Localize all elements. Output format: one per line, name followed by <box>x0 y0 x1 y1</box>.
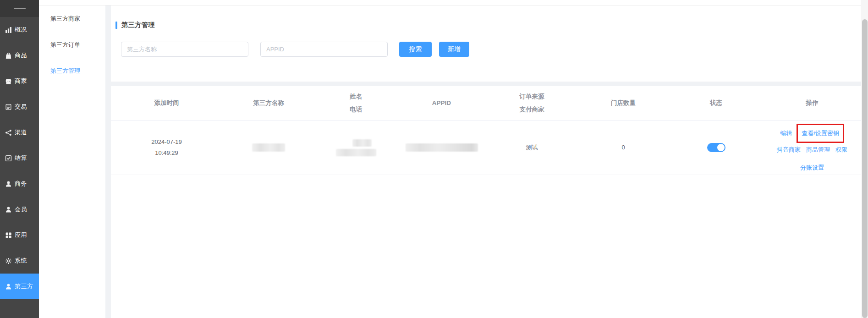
redacted-name-blob <box>252 143 285 152</box>
sidebar-item-business[interactable]: 商务 <box>0 171 39 197</box>
sidebar-item-label: 交易 <box>15 103 27 111</box>
redacted-phone-blob <box>336 149 376 156</box>
sidebar-item-settlement[interactable]: 结算 <box>0 145 39 171</box>
sidebar-item-member[interactable]: 会员 <box>0 197 39 222</box>
cell-appid <box>397 121 486 175</box>
annotation-red-box: 查看/设置密钥 <box>797 124 844 143</box>
submenu-item-third-party-orders[interactable]: 第三方订单 <box>39 32 105 58</box>
search-panel: 第三方管理 搜索 新增 <box>111 5 861 82</box>
view-set-key-link[interactable]: 查看/设置密钥 <box>802 128 839 139</box>
submenu-item-third-party-merchants[interactable]: 第三方商家 <box>39 5 105 32</box>
cell-store-count: 0 <box>577 121 669 175</box>
table-row: 2024-07-19 10:49:29 测试 0 <box>111 121 861 175</box>
sidebar-item-label: 应用 <box>15 231 27 239</box>
sidebar-item-apps[interactable]: 应用 <box>0 222 39 248</box>
goods-manage-link[interactable]: 商品管理 <box>806 144 830 155</box>
redacted-appid-blob <box>406 143 478 152</box>
business-user-icon <box>5 181 12 187</box>
sidebar-item-label: 商家 <box>15 77 27 85</box>
sidebar-item-channel[interactable]: 渠道 <box>0 120 39 145</box>
redacted-contact-blob <box>352 139 372 147</box>
sidebar-item-label: 系统 <box>15 257 27 265</box>
sidebar-item-overview[interactable]: 概况 <box>0 17 39 43</box>
added-time: 10:49:29 <box>155 148 178 159</box>
douyin-merchant-link[interactable]: 抖音商家 <box>777 144 801 155</box>
col-header-store-count: 门店数量 <box>577 86 669 120</box>
action-row-1: 编辑 查看/设置密钥 <box>780 124 844 143</box>
col-header-added-time: 添加时间 <box>111 86 222 120</box>
overview-chart-icon <box>5 27 12 33</box>
cell-added-time: 2024-07-19 10:49:29 <box>111 121 222 175</box>
col-header-actions: 操作 <box>763 86 861 120</box>
trade-list-icon <box>5 104 12 110</box>
added-date: 2024-07-19 <box>151 137 182 148</box>
sidebar-item-label: 概况 <box>15 26 27 34</box>
sidebar-item-label: 结算 <box>15 154 27 162</box>
vertical-scrollbar <box>861 0 868 318</box>
sidebar-item-trade[interactable]: 交易 <box>0 94 39 120</box>
add-button[interactable]: 新增 <box>439 42 469 57</box>
split-settings-link[interactable]: 分账设置 <box>800 162 824 173</box>
sidebar-item-third-party[interactable]: 第三方 <box>0 274 39 299</box>
toggle-knob-icon <box>717 144 725 151</box>
merchant-shop-icon <box>5 78 12 85</box>
sidebar-item-system[interactable]: 系统 <box>0 248 39 274</box>
sidebar-item-label: 商品 <box>15 51 27 60</box>
status-toggle[interactable] <box>707 143 725 152</box>
permission-link[interactable]: 权限 <box>835 144 847 155</box>
order-source-value: 测试 <box>526 142 538 153</box>
cell-name-phone <box>315 121 397 175</box>
system-gear-icon <box>5 258 12 264</box>
secondary-sidebar: 第三方商家 第三方订单 第三方管理 <box>39 5 105 318</box>
apps-grid-icon <box>5 232 12 239</box>
sidebar-item-label: 商务 <box>15 180 27 188</box>
panel-title: 第三方管理 <box>115 21 155 29</box>
cell-status <box>669 121 763 175</box>
action-row-2: 抖音商家 商品管理 权限 <box>774 144 850 155</box>
third-party-name-input[interactable] <box>121 42 248 57</box>
third-party-user-icon <box>5 283 12 290</box>
col-header-name-phone: 姓名电话 <box>315 86 397 120</box>
search-button[interactable]: 搜索 <box>399 42 432 57</box>
col-header-appid: APPID <box>397 86 486 120</box>
sidebar-item-merchant[interactable]: 商家 <box>0 68 39 94</box>
col-header-status: 状态 <box>669 86 763 120</box>
col-header-third-party-name: 第三方名称 <box>222 86 315 120</box>
goods-bag-icon <box>5 52 12 59</box>
store-count-value: 0 <box>621 142 625 153</box>
app-root: 概况 商品 商家 交易 渠道 <box>0 0 868 318</box>
settlement-check-icon <box>5 155 12 162</box>
table-header-row: 添加时间 第三方名称 姓名电话 APPID 订单来源支付商家 门店数量 状态 操… <box>111 86 861 121</box>
sidebar-logo-area[interactable] <box>0 0 39 17</box>
channel-share-icon <box>5 129 12 136</box>
sidebar-item-goods[interactable]: 商品 <box>0 43 39 68</box>
collapse-dash-icon <box>14 8 26 9</box>
col-header-order-source: 订单来源支付商家 <box>486 86 577 120</box>
title-accent-bar <box>115 22 117 29</box>
main-sidebar: 概况 商品 商家 交易 渠道 <box>0 0 39 318</box>
action-row-3: 分账设置 <box>800 162 824 173</box>
cell-actions: 编辑 查看/设置密钥 抖音商家 商品管理 权限 分账设置 <box>763 121 861 175</box>
table-panel: 添加时间 第三方名称 姓名电话 APPID 订单来源支付商家 门店数量 状态 操… <box>111 86 861 318</box>
appid-input[interactable] <box>260 42 388 57</box>
sidebar-item-label: 第三方 <box>15 282 33 291</box>
scrollbar-thumb[interactable] <box>862 19 868 318</box>
page-title: 第三方管理 <box>121 21 155 29</box>
cell-third-party-name <box>222 121 315 175</box>
submenu-item-third-party-manage[interactable]: 第三方管理 <box>39 58 105 84</box>
sidebar-item-label: 会员 <box>15 205 27 214</box>
cell-order-source: 测试 <box>486 121 577 175</box>
member-user-icon <box>5 206 12 213</box>
edit-link[interactable]: 编辑 <box>780 128 792 139</box>
sidebar-item-label: 渠道 <box>15 128 27 137</box>
top-strip <box>39 0 861 5</box>
